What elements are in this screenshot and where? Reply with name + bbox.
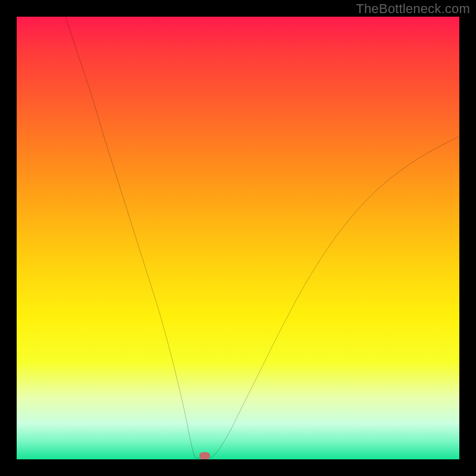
bottleneck-curve bbox=[17, 17, 459, 459]
watermark-label: TheBottleneck.com bbox=[356, 1, 470, 17]
curve-path bbox=[65, 17, 459, 459]
optimum-marker bbox=[199, 452, 210, 459]
